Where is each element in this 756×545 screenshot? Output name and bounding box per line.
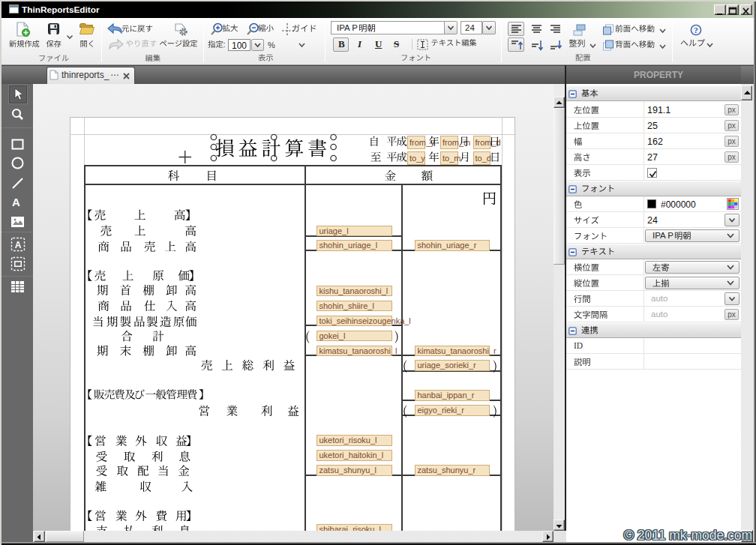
svg-text:?: ?: [694, 25, 698, 34]
svg-text:A: A: [15, 240, 22, 250]
